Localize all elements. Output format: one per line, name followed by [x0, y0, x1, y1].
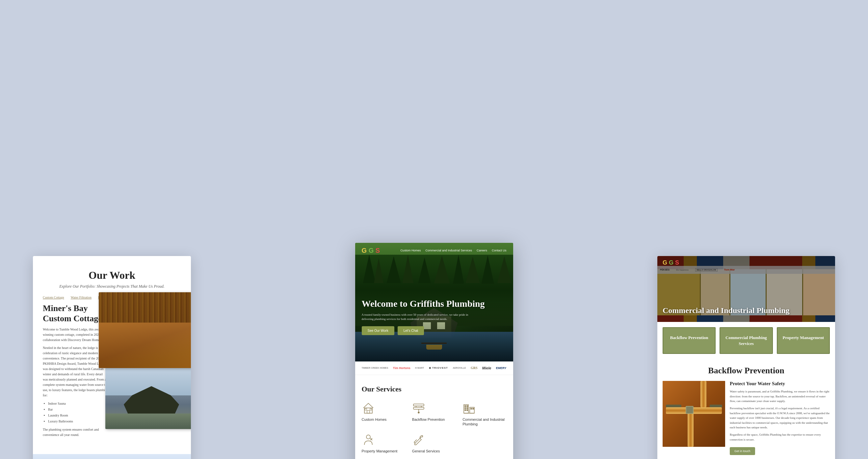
- right-service-cards: Backflow Prevention Commercial Plumbing …: [657, 322, 835, 360]
- center-hero-buttons: See Our Work Let's Chat: [362, 326, 506, 335]
- cat-custom-cottage[interactable]: Custom Cottage: [43, 295, 64, 299]
- partner-timber-creek: TIMBER CREEK HOMES: [362, 367, 389, 369]
- svg-rect-19: [473, 408, 474, 409]
- center-partners-bar: TIMBER CREEK HOMES Tim Hortons H MART ◆ …: [355, 362, 513, 375]
- partner-aeroville: AEROVILLE: [453, 367, 466, 369]
- svg-rect-4: [413, 404, 424, 406]
- card-commercial-text: Commercial Plumbing Services: [725, 335, 767, 346]
- svg-rect-5: [413, 407, 424, 409]
- lets-chat-button[interactable]: Let's Chat: [398, 326, 424, 335]
- partner-triovest: ◆ TRIOVEST: [429, 366, 448, 369]
- card-property-management[interactable]: Property Management: [777, 327, 830, 354]
- center-services-section: Our Services Cu: [355, 375, 513, 459]
- right-backflow-content: Protect Your Water Safety Water safety i…: [662, 381, 830, 455]
- svg-rect-12: [465, 406, 466, 407]
- right-backflow-desc3: Regardless of the space, Griffiths Plumb…: [730, 432, 830, 442]
- services-title: Our Services: [362, 385, 506, 394]
- right-hero-title: Commercial and Industrial Plumbing: [662, 306, 830, 315]
- svg-rect-13: [467, 406, 468, 407]
- nav-contact[interactable]: Contact Us: [492, 249, 506, 252]
- center-logo: G G S: [362, 247, 380, 254]
- svg-rect-3: [370, 409, 372, 410]
- right-water-safety-title: Protect Your Water Safety: [730, 381, 830, 386]
- backflow-icon: [412, 401, 425, 414]
- svg-rect-1: [367, 410, 370, 413]
- right-backflow-image: [662, 381, 725, 447]
- services-grid-2: Property Management General Services: [362, 433, 506, 453]
- left-title: Our Work: [43, 269, 181, 281]
- see-our-work-button[interactable]: See Our Work: [362, 326, 394, 335]
- general-services-label[interactable]: General Services: [412, 449, 440, 453]
- svg-point-9: [418, 412, 420, 413]
- property-mgmt-label[interactable]: Property Management: [362, 449, 398, 453]
- svg-point-21: [366, 435, 370, 439]
- center-hero-content: Welcome to Griffiths Plumbing A trusted …: [362, 298, 506, 335]
- svg-rect-18: [471, 408, 472, 409]
- right-nav: G G S: [657, 256, 835, 269]
- backflow-label[interactable]: Backflow Prevention: [412, 417, 445, 422]
- center-hero-title: Welcome to Griffiths Plumbing: [362, 298, 506, 309]
- right-logo-g1: G: [662, 259, 667, 266]
- custom-homes-icon: [362, 401, 375, 414]
- screen-left: Our Work Explore Our Portfolio: Showcasi…: [33, 256, 191, 459]
- commercial-icon: [462, 401, 476, 414]
- service-property-mgmt: Property Management: [362, 433, 406, 453]
- service-custom-homes: Custom Homes: [362, 401, 406, 427]
- left-subtitle: Explore Our Portfolio: Showcasing Projec…: [43, 284, 181, 289]
- center-hero: G G S Custom Homes Commercial and Indust…: [355, 243, 513, 362]
- nav-careers[interactable]: Careers: [477, 249, 487, 252]
- right-backflow-title: Backflow Prevention: [662, 359, 830, 381]
- get-in-touch-button[interactable]: Get in touch: [730, 447, 755, 455]
- right-backflow-desc1: Water safety is paramount, and at Griffi…: [730, 389, 830, 403]
- partner-tim-hortons: Tim Hortons: [393, 366, 410, 370]
- right-our-services-title: Our Services: [657, 455, 835, 459]
- partner-grs: GRS: [471, 366, 477, 370]
- service-commercial: Commercial and Industrial Plumbing: [462, 401, 506, 427]
- svg-rect-2: [365, 409, 367, 410]
- service-general: General Services: [412, 433, 456, 453]
- cat-water-filtration[interactable]: Water Filtration: [71, 295, 92, 299]
- commercial-label[interactable]: Commercial and Industrial Plumbing: [462, 417, 506, 427]
- services-grid: Custom Homes: [362, 401, 506, 427]
- property-mgmt-icon: [362, 433, 375, 446]
- logo-g2: G: [369, 247, 374, 254]
- custom-homes-label[interactable]: Custom Homes: [362, 417, 387, 422]
- nav-commercial[interactable]: Commercial and Industrial Services: [425, 249, 472, 252]
- service-backflow: Backflow Prevention: [412, 401, 456, 427]
- service-placeholder: [462, 433, 506, 453]
- nav-custom-homes[interactable]: Custom Homes: [400, 249, 421, 252]
- right-backflow-desc2: Preventing backflow isn't just crucial, …: [730, 406, 830, 430]
- svg-rect-17: [467, 409, 468, 410]
- card-backflow-text: Backflow Prevention: [670, 335, 708, 340]
- right-logo: G G S: [662, 259, 679, 266]
- center-hero-description: A trusted family-owned business with ove…: [362, 313, 474, 322]
- screen-right: PÉKSÉG Élo happiness SELLO ORASZALON Tom…: [657, 256, 835, 459]
- card-property-text: Property Management: [782, 335, 824, 340]
- page-wrapper: Our Work Explore Our Portfolio: Showcasi…: [0, 0, 868, 459]
- svg-rect-15: [467, 408, 468, 409]
- right-hero: PÉKSÉG Élo happiness SELLO ORASZALON Tom…: [657, 256, 835, 322]
- svg-rect-16: [465, 409, 466, 410]
- partner-hmart: H MART: [415, 367, 424, 369]
- right-logo-s: S: [675, 259, 679, 266]
- logo-g1: G: [362, 247, 367, 254]
- card-backflow-prevention[interactable]: Backflow Prevention: [662, 327, 716, 354]
- screen-center: G G S Custom Homes Commercial and Indust…: [355, 243, 513, 459]
- partner-emery: EMERY: [496, 366, 506, 370]
- center-nav-links: Custom Homes Commercial and Industrial S…: [400, 249, 506, 252]
- card-commercial-plumbing[interactable]: Commercial Plumbing Services: [719, 327, 773, 354]
- svg-rect-14: [465, 408, 466, 409]
- general-services-icon: [412, 433, 425, 446]
- right-logo-g2: G: [669, 259, 674, 266]
- center-nav: G G S Custom Homes Commercial and Indust…: [355, 243, 513, 258]
- right-backflow-section: Backflow Prevention: [657, 359, 835, 455]
- right-backflow-text-content: Protect Your Water Safety Water safety i…: [730, 381, 830, 455]
- project1-list: Indoor Sauna Bar Laundry Room Luxury Bat…: [48, 401, 108, 424]
- logo-s: S: [376, 247, 380, 254]
- partner-miele: Miele: [482, 366, 491, 370]
